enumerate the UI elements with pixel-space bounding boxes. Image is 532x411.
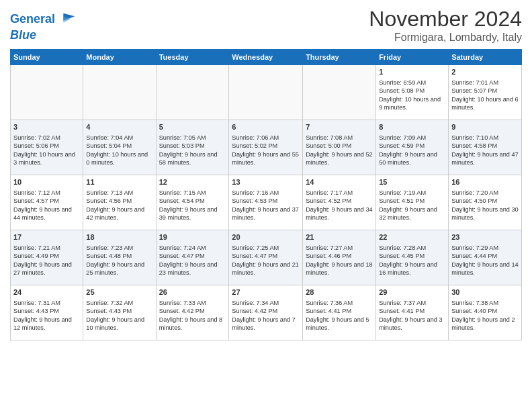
calendar-week-row: 17Sunrise: 7:21 AM Sunset: 4:49 PM Dayli… — [11, 230, 522, 285]
header-friday: Friday — [376, 50, 449, 65]
day-info: Sunrise: 7:15 AM Sunset: 4:54 PM Dayligh… — [159, 189, 226, 222]
calendar-header-row: Sunday Monday Tuesday Wednesday Thursday… — [11, 50, 522, 65]
day-info: Sunrise: 7:25 AM Sunset: 4:47 PM Dayligh… — [232, 244, 300, 277]
day-info: Sunrise: 7:31 AM Sunset: 4:43 PM Dayligh… — [13, 299, 80, 332]
header: General Blue November 2024 Formigara, Lo… — [10, 7, 522, 44]
day-info: Sunrise: 7:20 AM Sunset: 4:50 PM Dayligh… — [451, 189, 519, 222]
calendar-day-cell — [83, 65, 156, 120]
calendar-day-cell: 3Sunrise: 7:02 AM Sunset: 5:06 PM Daylig… — [11, 120, 83, 175]
calendar-day-cell — [156, 65, 229, 120]
day-number: 23 — [451, 232, 519, 242]
day-number: 26 — [159, 287, 226, 298]
calendar-day-cell: 25Sunrise: 7:32 AM Sunset: 4:43 PM Dayli… — [83, 285, 156, 340]
day-number: 16 — [451, 177, 519, 187]
day-info: Sunrise: 7:05 AM Sunset: 5:03 PM Dayligh… — [159, 134, 226, 167]
header-wednesday: Wednesday — [229, 50, 303, 65]
day-info: Sunrise: 7:06 AM Sunset: 5:02 PM Dayligh… — [232, 134, 300, 167]
day-number: 20 — [232, 232, 300, 242]
calendar-day-cell: 12Sunrise: 7:15 AM Sunset: 4:54 PM Dayli… — [156, 175, 229, 230]
day-info: Sunrise: 7:16 AM Sunset: 4:53 PM Dayligh… — [232, 189, 300, 222]
day-number: 7 — [306, 122, 373, 132]
calendar-week-row: 1Sunrise: 6:59 AM Sunset: 5:08 PM Daylig… — [11, 65, 522, 120]
calendar-day-cell: 18Sunrise: 7:23 AM Sunset: 4:48 PM Dayli… — [83, 230, 156, 285]
day-number: 28 — [306, 287, 373, 298]
calendar-week-row: 10Sunrise: 7:12 AM Sunset: 4:57 PM Dayli… — [11, 175, 522, 230]
day-info: Sunrise: 7:28 AM Sunset: 4:45 PM Dayligh… — [379, 244, 445, 277]
day-number: 15 — [379, 177, 445, 187]
calendar-day-cell: 4Sunrise: 7:04 AM Sunset: 5:04 PM Daylig… — [83, 120, 156, 175]
day-number: 17 — [13, 232, 80, 242]
logo: General Blue — [10, 10, 76, 42]
day-number: 5 — [159, 122, 226, 132]
day-info: Sunrise: 7:08 AM Sunset: 5:00 PM Dayligh… — [306, 134, 373, 167]
calendar-week-row: 3Sunrise: 7:02 AM Sunset: 5:06 PM Daylig… — [11, 120, 522, 175]
calendar-day-cell: 23Sunrise: 7:29 AM Sunset: 4:44 PM Dayli… — [449, 230, 522, 285]
calendar-day-cell — [303, 65, 376, 120]
day-info: Sunrise: 7:38 AM Sunset: 4:40 PM Dayligh… — [451, 299, 519, 332]
logo-icon — [57, 10, 76, 29]
day-info: Sunrise: 7:34 AM Sunset: 4:42 PM Dayligh… — [232, 299, 300, 332]
calendar-day-cell: 9Sunrise: 7:10 AM Sunset: 4:58 PM Daylig… — [449, 120, 522, 175]
calendar-day-cell: 11Sunrise: 7:13 AM Sunset: 4:56 PM Dayli… — [83, 175, 156, 230]
calendar-day-cell: 22Sunrise: 7:28 AM Sunset: 4:45 PM Dayli… — [376, 230, 449, 285]
calendar-day-cell: 19Sunrise: 7:24 AM Sunset: 4:47 PM Dayli… — [156, 230, 229, 285]
calendar-day-cell: 8Sunrise: 7:09 AM Sunset: 4:59 PM Daylig… — [376, 120, 449, 175]
day-number: 11 — [86, 177, 152, 187]
calendar-day-cell: 5Sunrise: 7:05 AM Sunset: 5:03 PM Daylig… — [156, 120, 229, 175]
day-number: 10 — [13, 177, 80, 187]
day-info: Sunrise: 7:36 AM Sunset: 4:41 PM Dayligh… — [306, 299, 373, 332]
logo-text: General — [10, 13, 55, 26]
day-number: 6 — [232, 122, 300, 132]
day-info: Sunrise: 7:29 AM Sunset: 4:44 PM Dayligh… — [451, 244, 519, 277]
calendar-day-cell: 14Sunrise: 7:17 AM Sunset: 4:52 PM Dayli… — [303, 175, 376, 230]
logo-subtext: Blue — [10, 29, 76, 42]
day-info: Sunrise: 7:33 AM Sunset: 4:42 PM Dayligh… — [159, 299, 226, 332]
day-info: Sunrise: 7:10 AM Sunset: 4:58 PM Dayligh… — [451, 134, 519, 167]
day-number: 24 — [13, 287, 80, 298]
calendar-day-cell: 21Sunrise: 7:27 AM Sunset: 4:46 PM Dayli… — [303, 230, 376, 285]
day-info: Sunrise: 6:59 AM Sunset: 5:08 PM Dayligh… — [379, 79, 445, 112]
header-monday: Monday — [83, 50, 156, 65]
day-number: 9 — [451, 122, 519, 132]
day-number: 13 — [232, 177, 300, 187]
day-number: 8 — [379, 122, 445, 132]
calendar-day-cell: 15Sunrise: 7:19 AM Sunset: 4:51 PM Dayli… — [376, 175, 449, 230]
day-number: 12 — [159, 177, 226, 187]
day-info: Sunrise: 7:01 AM Sunset: 5:07 PM Dayligh… — [451, 79, 519, 112]
calendar-day-cell: 20Sunrise: 7:25 AM Sunset: 4:47 PM Dayli… — [229, 230, 303, 285]
day-number: 22 — [379, 232, 445, 242]
calendar-day-cell: 1Sunrise: 6:59 AM Sunset: 5:08 PM Daylig… — [376, 65, 449, 120]
calendar-day-cell: 27Sunrise: 7:34 AM Sunset: 4:42 PM Dayli… — [229, 285, 303, 340]
day-number: 29 — [379, 287, 445, 298]
day-info: Sunrise: 7:32 AM Sunset: 4:43 PM Dayligh… — [86, 299, 152, 332]
day-info: Sunrise: 7:12 AM Sunset: 4:57 PM Dayligh… — [13, 189, 80, 222]
day-info: Sunrise: 7:27 AM Sunset: 4:46 PM Dayligh… — [306, 244, 373, 277]
day-number: 30 — [451, 287, 519, 298]
title-block: November 2024 Formigara, Lombardy, Italy — [369, 7, 522, 44]
day-info: Sunrise: 7:09 AM Sunset: 4:59 PM Dayligh… — [379, 134, 445, 167]
calendar-day-cell: 10Sunrise: 7:12 AM Sunset: 4:57 PM Dayli… — [11, 175, 83, 230]
day-number: 14 — [306, 177, 373, 187]
header-tuesday: Tuesday — [156, 50, 229, 65]
calendar-day-cell — [229, 65, 303, 120]
calendar-day-cell: 2Sunrise: 7:01 AM Sunset: 5:07 PM Daylig… — [449, 65, 522, 120]
location-subtitle: Formigara, Lombardy, Italy — [369, 32, 522, 44]
calendar-day-cell — [11, 65, 83, 120]
day-number: 25 — [86, 287, 152, 298]
day-number: 19 — [159, 232, 226, 242]
day-number: 1 — [379, 67, 445, 77]
day-number: 2 — [451, 67, 519, 77]
day-number: 18 — [86, 232, 152, 242]
month-title: November 2024 — [369, 7, 522, 32]
calendar-day-cell: 13Sunrise: 7:16 AM Sunset: 4:53 PM Dayli… — [229, 175, 303, 230]
day-info: Sunrise: 7:04 AM Sunset: 5:04 PM Dayligh… — [86, 134, 152, 167]
calendar-day-cell: 7Sunrise: 7:08 AM Sunset: 5:00 PM Daylig… — [303, 120, 376, 175]
calendar-day-cell: 17Sunrise: 7:21 AM Sunset: 4:49 PM Dayli… — [11, 230, 83, 285]
day-info: Sunrise: 7:19 AM Sunset: 4:51 PM Dayligh… — [379, 189, 445, 222]
day-info: Sunrise: 7:13 AM Sunset: 4:56 PM Dayligh… — [86, 189, 152, 222]
calendar-day-cell: 29Sunrise: 7:37 AM Sunset: 4:41 PM Dayli… — [376, 285, 449, 340]
calendar-day-cell: 28Sunrise: 7:36 AM Sunset: 4:41 PM Dayli… — [303, 285, 376, 340]
day-info: Sunrise: 7:37 AM Sunset: 4:41 PM Dayligh… — [379, 299, 445, 332]
calendar-day-cell: 26Sunrise: 7:33 AM Sunset: 4:42 PM Dayli… — [156, 285, 229, 340]
day-info: Sunrise: 7:21 AM Sunset: 4:49 PM Dayligh… — [13, 244, 80, 277]
